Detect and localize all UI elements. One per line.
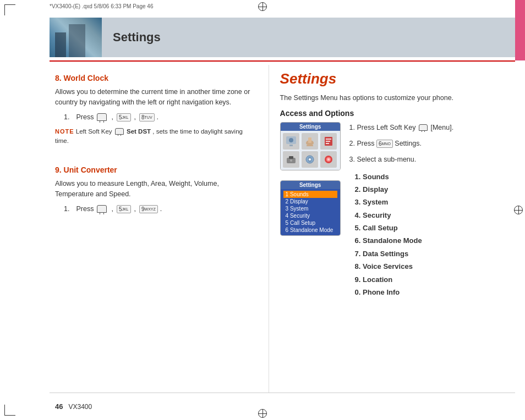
menu-list-item-6: 6. Standalone Mode	[355, 234, 510, 247]
crop-mark-tl-h	[4, 4, 15, 5]
key-5jkl-2: 5JKL	[117, 205, 131, 213]
menu-list-item-7: 7. Data Settings	[355, 247, 510, 260]
settings-banner: Settings	[50, 18, 515, 57]
svg-rect-12	[289, 156, 293, 159]
soft-key-icon-note	[115, 128, 124, 135]
press-label-1: Press	[76, 113, 94, 121]
section8-body: Allows you to determine the current time…	[55, 87, 258, 108]
screenshot1: Settings	[280, 122, 341, 170]
step1-suffix: [Menu].	[430, 124, 453, 131]
step2-prefix: 2. Press	[349, 140, 376, 147]
right-inner: Settings	[280, 122, 510, 299]
crop-mark-bl-h	[4, 415, 15, 416]
key-9wxyz: 9WXYZ	[139, 205, 158, 213]
registration-mark-bottom	[258, 409, 267, 418]
settings-right-title: Settings	[280, 70, 510, 87]
menu-list-item-2: 2. Display	[355, 183, 510, 196]
section9-body: Allows you to measure Length, Area, Weig…	[55, 179, 258, 200]
set-dst-label: Set DST	[127, 128, 151, 135]
key-8tuv: 8TUV	[139, 113, 155, 121]
top-rule	[50, 60, 515, 62]
screen2-title: Settings	[281, 181, 340, 189]
svg-rect-4	[308, 137, 311, 143]
menu-list-item-4: 4. Security	[355, 209, 510, 222]
menu-list-item-3: 3. System	[355, 196, 510, 208]
main-content: 8. World Clock Allows you to determine t…	[50, 65, 515, 393]
access-options-heading: Access and Options	[280, 109, 510, 118]
note-body: Left Soft Key	[76, 128, 114, 135]
crop-mark-tl-v	[4, 4, 5, 15]
menu-item-standalone: 6 Standalone Mode	[283, 226, 337, 234]
right-text-area: 1. Press Left Soft Key [Menu]. 2. Press …	[349, 122, 510, 299]
svg-point-18	[327, 158, 330, 161]
menu-list-item-9: 9. Location	[355, 273, 510, 286]
menu-list: 1. Sounds 2. Display 3. System 4. Securi…	[355, 170, 510, 299]
grid-icon-3	[320, 133, 337, 150]
section9-press-line: 1. Press , 5JKL , 9WXYZ .	[64, 205, 258, 213]
settings-intro: The Settings Menu has options to customi…	[280, 93, 510, 103]
grid-icon-2	[302, 133, 318, 150]
screen1-title: Settings	[281, 123, 340, 131]
section8-press-line: 1. Press , 5JKL , 8TUV .	[64, 113, 258, 121]
menu-list-item-5: 5. Call Setup	[355, 222, 510, 234]
key-5jkl-1: 5JKL	[117, 113, 131, 121]
print-info: *VX3400-(E) .qxd 5/8/06 6:33 PM Page 46	[50, 3, 153, 9]
step1-text: 1. Press Left Soft Key	[349, 124, 418, 131]
soft-key-icon-step1	[419, 124, 428, 131]
press-num-2: 1.	[64, 205, 69, 213]
note-label: NOTE	[55, 128, 74, 135]
bottom-footer: 46 VX3400	[50, 393, 515, 420]
soft-key-icon-1	[97, 113, 107, 121]
svg-point-13	[290, 159, 292, 162]
step3: 3. Select a sub-menu.	[349, 154, 510, 165]
menu-item-sounds: 1 Sounds	[283, 191, 337, 198]
menu-item-callsetup: 5 Call Setup	[283, 219, 337, 226]
footer-text: 46 VX3400	[55, 402, 92, 411]
step2: 2. Press 6MNO Settings.	[349, 138, 510, 150]
banner-title: Settings	[102, 30, 161, 45]
screenshots-column: Settings	[280, 122, 341, 299]
footer-model: VX3400	[68, 403, 92, 411]
grid-icon-5	[302, 151, 318, 168]
step3-text: 3. Select a sub-menu.	[349, 156, 417, 163]
step2-suffix: Settings.	[395, 140, 422, 147]
banner-image	[50, 18, 102, 57]
grid-icon-6	[320, 151, 337, 168]
pink-accent-bar	[515, 0, 525, 60]
menu-item-system: 3 System	[283, 205, 337, 212]
menu-item-display: 2 Display	[283, 198, 337, 205]
section9-heading: 9. Unit Converter	[55, 165, 258, 174]
menu-list-item-8: 8. Voice Services	[355, 260, 510, 273]
screen2-menu: 1 Sounds 2 Display 3 System 4 Security 5…	[281, 189, 340, 235]
press-label-2: Press	[76, 205, 94, 213]
left-column: 8. World Clock Allows you to determine t…	[50, 65, 269, 393]
registration-mark-right	[514, 206, 523, 214]
footer-page-number: 46	[55, 402, 63, 411]
menu-item-security: 4 Security	[283, 212, 337, 219]
crop-mark-bl-v	[4, 405, 5, 416]
svg-rect-2	[289, 145, 293, 146]
grid-icon-4	[283, 151, 299, 168]
note-block: NOTE Left Soft Key Set DST , sets the ti…	[55, 127, 258, 146]
menu-list-item-0: 0. Phone Info	[355, 286, 510, 299]
svg-rect-8	[326, 139, 331, 140]
step1: 1. Press Left Soft Key [Menu].	[349, 122, 510, 134]
menu-list-item-1: 1. Sounds	[355, 170, 510, 183]
grid-icon-1	[283, 133, 299, 150]
screenshot2: Settings 1 Sounds 2 Display 3 System 4 S…	[280, 180, 341, 236]
key-6mno: 6MNO	[376, 140, 393, 148]
svg-point-1	[289, 138, 293, 142]
svg-rect-9	[326, 141, 330, 142]
right-column: Settings The Settings Menu has options t…	[269, 65, 515, 393]
section8-heading: 8. World Clock	[55, 74, 258, 82]
screen1-grid	[281, 131, 340, 170]
soft-key-icon-2	[97, 205, 107, 213]
svg-point-15	[309, 158, 311, 161]
press-num-1: 1.	[64, 113, 69, 121]
svg-rect-10	[326, 143, 329, 144]
registration-mark-top	[258, 2, 267, 11]
